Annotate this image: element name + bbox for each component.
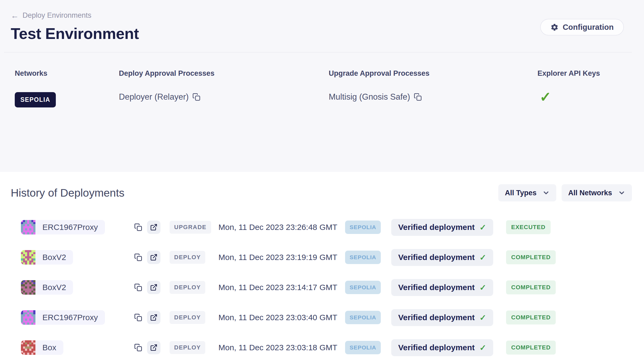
breadcrumb-label: Deploy Environments xyxy=(23,11,92,20)
network-badge: SEPOLIA xyxy=(345,341,381,354)
deploy-approval-value: Deployer (Relayer) xyxy=(119,92,189,102)
contract-name: BoxV2 xyxy=(35,280,73,295)
configuration-button-label: Configuration xyxy=(563,23,614,32)
networks-filter-dropdown[interactable]: All Networks xyxy=(562,184,632,201)
deployment-type-badge: DEPLOY xyxy=(170,341,205,354)
deploy-approval-header: Deploy Approval Processes xyxy=(119,69,329,78)
deployment-row: BoxV2 DEPLOY Mon, 11 Dec 2023 23:14:17 G… xyxy=(11,279,632,296)
environment-summary-section: ← Deploy Environments Test Environment C… xyxy=(0,0,644,172)
external-link-icon[interactable] xyxy=(147,341,160,354)
network-badge-sepolia: SEPOLIA xyxy=(15,92,56,107)
deployment-row: ERC1967Proxy DEPLOY Mon, 11 Dec 2023 23:… xyxy=(11,309,632,326)
upgrade-approval-value: Multisig (Gnosis Safe) xyxy=(329,92,410,102)
contract-name: BoxV2 xyxy=(35,250,73,265)
history-title: History of Deployments xyxy=(11,187,125,199)
status-badge: COMPLETED xyxy=(506,311,556,324)
environment-grid: Networks SEPOLIA Deploy Approval Process… xyxy=(11,69,632,107)
copy-icon[interactable] xyxy=(134,344,142,352)
back-arrow-icon: ← xyxy=(11,12,19,20)
networks-filter-label: All Networks xyxy=(568,189,612,197)
deployment-date: Mon, 11 Dec 2023 23:19:19 GMT xyxy=(218,253,345,262)
copy-icon[interactable] xyxy=(134,313,142,322)
status-badge: COMPLETED xyxy=(506,250,556,264)
status-badge: COMPLETED xyxy=(506,341,556,355)
verification-pill: Verified deployment ✓ xyxy=(391,339,493,356)
status-badge: EXECUTED xyxy=(506,220,551,234)
contract-name: ERC1967Proxy xyxy=(35,220,105,234)
external-link-icon[interactable] xyxy=(147,281,160,294)
deployment-date: Mon, 11 Dec 2023 23:26:48 GMT xyxy=(218,223,345,232)
types-filter-dropdown[interactable]: All Types xyxy=(498,184,556,201)
verification-pill: Verified deployment ✓ xyxy=(391,309,493,326)
copy-icon[interactable] xyxy=(134,283,142,291)
external-link-icon[interactable] xyxy=(147,311,160,324)
networks-header: Networks xyxy=(15,69,119,78)
verification-label: Verified deployment xyxy=(398,343,475,352)
explorer-check-icon: ✓ xyxy=(537,89,632,105)
network-badge: SEPOLIA xyxy=(345,311,381,324)
verification-pill: Verified deployment ✓ xyxy=(391,219,493,236)
network-badge: SEPOLIA xyxy=(345,281,381,294)
deployments-list: ERC1967Proxy UPGRADE Mon, 11 Dec 2023 23… xyxy=(11,219,632,356)
chevron-down-icon xyxy=(618,189,625,197)
contract-identicon xyxy=(21,340,35,355)
history-filters: All Types All Networks xyxy=(498,184,632,201)
network-badge: SEPOLIA xyxy=(345,221,381,234)
copy-icon[interactable] xyxy=(134,253,142,261)
deployment-row: Box DEPLOY Mon, 11 Dec 2023 23:03:18 GMT… xyxy=(11,339,632,356)
page-title: Test Environment xyxy=(11,24,632,42)
contract-identicon xyxy=(21,310,35,325)
deployment-type-badge: DEPLOY xyxy=(170,311,205,324)
contract-identicon xyxy=(21,250,35,265)
check-icon: ✓ xyxy=(480,223,486,232)
deployment-row: ERC1967Proxy UPGRADE Mon, 11 Dec 2023 23… xyxy=(11,219,632,236)
check-icon: ✓ xyxy=(480,253,486,262)
deployment-date: Mon, 11 Dec 2023 23:03:40 GMT xyxy=(218,313,345,322)
check-icon: ✓ xyxy=(480,313,486,322)
verification-label: Verified deployment xyxy=(398,283,475,292)
gear-icon xyxy=(550,23,559,31)
copy-icon[interactable] xyxy=(414,93,422,101)
breadcrumb[interactable]: ← Deploy Environments xyxy=(11,11,92,20)
contract-identicon xyxy=(21,220,35,234)
deployment-type-badge: DEPLOY xyxy=(170,251,205,264)
copy-icon[interactable] xyxy=(134,223,142,231)
contract-identicon xyxy=(21,280,35,295)
verification-label: Verified deployment xyxy=(398,223,475,232)
external-link-icon[interactable] xyxy=(147,221,160,234)
deployment-date: Mon, 11 Dec 2023 23:03:18 GMT xyxy=(218,343,345,352)
deploy-approval-column: Deploy Approval Processes Deployer (Rela… xyxy=(119,69,329,107)
networks-column: Networks SEPOLIA xyxy=(15,69,119,107)
configuration-button[interactable]: Configuration xyxy=(540,19,624,35)
deployment-date: Mon, 11 Dec 2023 23:14:17 GMT xyxy=(218,283,345,292)
explorer-api-keys-column: Explorer API Keys ✓ xyxy=(537,69,632,107)
deployment-type-badge: DEPLOY xyxy=(170,281,205,294)
upgrade-approval-column: Upgrade Approval Processes Multisig (Gno… xyxy=(329,69,537,107)
verification-pill: Verified deployment ✓ xyxy=(391,279,493,296)
chevron-down-icon xyxy=(542,189,550,197)
verification-label: Verified deployment xyxy=(398,253,475,262)
check-icon: ✓ xyxy=(480,343,486,352)
explorer-api-keys-header: Explorer API Keys xyxy=(537,69,632,78)
copy-icon[interactable] xyxy=(192,93,200,101)
deployment-type-badge: UPGRADE xyxy=(170,221,211,234)
verification-label: Verified deployment xyxy=(398,313,475,322)
deployment-row: BoxV2 DEPLOY Mon, 11 Dec 2023 23:19:19 G… xyxy=(11,249,632,266)
external-link-icon[interactable] xyxy=(147,251,160,264)
upgrade-approval-header: Upgrade Approval Processes xyxy=(329,69,537,78)
types-filter-label: All Types xyxy=(505,189,536,197)
contract-name: Box xyxy=(35,340,63,355)
history-section: History of Deployments All Types All Net… xyxy=(0,172,644,356)
status-badge: COMPLETED xyxy=(506,280,556,294)
check-icon: ✓ xyxy=(480,283,486,292)
header-divider xyxy=(4,52,632,53)
verification-pill: Verified deployment ✓ xyxy=(391,249,493,266)
network-badge: SEPOLIA xyxy=(345,251,381,264)
contract-name: ERC1967Proxy xyxy=(35,310,105,325)
